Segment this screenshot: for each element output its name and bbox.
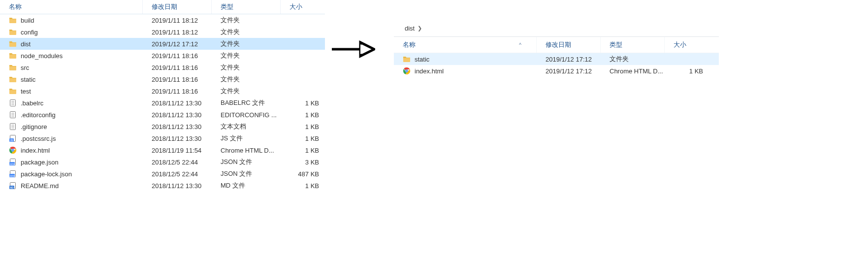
file-row[interactable]: index.html2018/11/19 11:54Chrome HTML D.… (0, 144, 325, 156)
json-icon (9, 170, 17, 178)
cell-name[interactable]: test (0, 87, 143, 95)
right-file-pane: dist ❯ 名称 ^ 修改日期 类型 大小 static2019/1/12 1… (394, 20, 719, 77)
right-rows: static2019/1/12 17:12文件夹index.html2019/1… (394, 53, 719, 77)
cell-type: JSON 文件 (212, 158, 281, 166)
file-row[interactable]: test2019/1/11 18:16文件夹 (0, 85, 325, 97)
file-row[interactable]: node_modules2019/1/11 18:16文件夹 (0, 50, 325, 62)
file-row[interactable]: build2019/1/11 18:12文件夹 (0, 14, 325, 26)
cell-name[interactable]: src (0, 64, 143, 71)
cell-name[interactable]: index.html (394, 67, 537, 75)
cell-type: JS 文件 (212, 134, 281, 143)
md-icon (9, 182, 17, 190)
cell-size: 1 KB (281, 182, 325, 190)
col-header-date[interactable]: 修改日期 (143, 0, 212, 14)
file-row[interactable]: index.html2019/1/12 17:12Chrome HTML D..… (394, 65, 719, 77)
cell-date: 2019/1/11 18:16 (143, 88, 212, 95)
cell-name[interactable]: static (394, 55, 537, 63)
file-name-label: build (21, 17, 34, 24)
cell-type: 文本文档 (212, 122, 281, 131)
file-name-label: test (21, 88, 31, 95)
cell-name[interactable]: package.json (0, 158, 143, 166)
cell-name[interactable]: README.md (0, 182, 143, 190)
cell-date: 2018/12/5 22:44 (143, 159, 212, 166)
folder-icon (403, 55, 411, 63)
cell-date: 2019/1/11 18:12 (143, 17, 212, 24)
cell-name[interactable]: config (0, 28, 143, 36)
cell-name[interactable]: .babelrc (0, 99, 143, 107)
cell-date: 2019/1/11 18:12 (143, 29, 212, 36)
breadcrumb-item[interactable]: dist (405, 25, 415, 32)
file-row[interactable]: package.json2018/12/5 22:44JSON 文件3 KB (0, 156, 325, 168)
file-name-label: config (21, 29, 38, 36)
col-header-type[interactable]: 类型 (601, 37, 665, 53)
col-header-date[interactable]: 修改日期 (537, 37, 601, 53)
cell-name[interactable]: build (0, 16, 143, 24)
cell-type: MD 文件 (212, 181, 281, 190)
col-header-size[interactable]: 大小 (665, 37, 709, 53)
cell-type: 文件夹 (212, 87, 281, 96)
file-row[interactable]: .postcssrc.js2018/11/12 13:30JS 文件1 KB (0, 132, 325, 144)
file-name-label: .babelrc (21, 99, 43, 107)
col-header-name-label: 名称 (403, 40, 416, 49)
cell-name[interactable]: dist (0, 40, 143, 48)
cell-size: 1 KB (281, 99, 325, 107)
file-row[interactable]: static2019/1/12 17:12文件夹 (394, 53, 719, 65)
cell-date: 2019/1/12 17:12 (143, 40, 212, 48)
doc-icon (9, 123, 17, 130)
file-row[interactable]: config2019/1/11 18:12文件夹 (0, 26, 325, 38)
col-header-name[interactable]: 名称 ^ (394, 37, 537, 53)
file-row[interactable]: .babelrc2018/11/12 13:30BABELRC 文件1 KB (0, 97, 325, 109)
file-name-label: static (415, 56, 429, 63)
file-name-label: index.html (21, 147, 50, 154)
file-row[interactable]: README.md2018/11/12 13:30MD 文件1 KB (0, 180, 325, 192)
cell-date: 2019/1/11 18:16 (143, 76, 212, 83)
file-name-label: .postcssrc.js (21, 135, 56, 142)
file-name-label: static (21, 76, 35, 83)
file-row[interactable]: package-lock.json2018/12/5 22:44JSON 文件4… (0, 168, 325, 180)
cell-type: 文件夹 (212, 28, 281, 36)
cell-date: 2018/11/12 13:30 (143, 182, 212, 190)
cell-name[interactable]: node_modules (0, 52, 143, 60)
arrow-annotation (331, 39, 375, 59)
cell-date: 2018/12/5 22:44 (143, 170, 212, 178)
folder-icon (9, 28, 17, 36)
file-name-label: .editorconfig (21, 111, 56, 119)
json-icon (9, 158, 17, 166)
cell-type: 文件夹 (212, 39, 281, 48)
file-row[interactable]: dist2019/1/12 17:12文件夹 (0, 38, 325, 50)
file-row[interactable]: static2019/1/11 18:16文件夹 (0, 73, 325, 85)
cell-date: 2019/1/11 18:16 (143, 52, 212, 60)
cell-name[interactable]: .editorconfig (0, 111, 143, 119)
cell-name[interactable]: .gitignore (0, 123, 143, 130)
cell-date: 2019/1/12 17:12 (537, 67, 601, 75)
file-row[interactable]: .gitignore2018/11/12 13:30文本文档1 KB (0, 121, 325, 132)
cell-size: 1 KB (281, 111, 325, 119)
cell-type: Chrome HTML D... (212, 147, 281, 154)
cell-name[interactable]: .postcssrc.js (0, 134, 143, 142)
doc-icon (9, 99, 17, 107)
cell-type: 文件夹 (212, 16, 281, 25)
cell-name[interactable]: package-lock.json (0, 170, 143, 178)
col-header-type[interactable]: 类型 (212, 0, 281, 14)
left-column-header: 名称 修改日期 类型 大小 (0, 0, 325, 14)
file-name-label: node_modules (21, 52, 63, 60)
cell-type: 文件夹 (212, 51, 281, 60)
cell-type: JSON 文件 (212, 169, 281, 178)
col-header-name[interactable]: 名称 (0, 0, 143, 14)
cell-date: 2018/11/19 11:54 (143, 147, 212, 154)
file-row[interactable]: .editorconfig2018/11/12 13:30EDITORCONFI… (0, 109, 325, 121)
file-row[interactable]: src2019/1/11 18:16文件夹 (0, 62, 325, 73)
breadcrumb[interactable]: dist ❯ (394, 20, 719, 37)
chrome-icon (403, 67, 411, 75)
folder-icon (9, 16, 17, 24)
cell-name[interactable]: static (0, 75, 143, 83)
cell-name[interactable]: index.html (0, 146, 143, 154)
col-header-size[interactable]: 大小 (281, 0, 325, 14)
cell-size: 1 KB (665, 67, 709, 75)
chevron-right-icon: ❯ (418, 25, 422, 32)
file-name-label: README.md (21, 182, 59, 190)
folder-icon (9, 75, 17, 83)
file-name-label: index.html (415, 67, 444, 75)
chrome-icon (9, 146, 17, 154)
cell-date: 2019/1/12 17:12 (537, 56, 601, 63)
